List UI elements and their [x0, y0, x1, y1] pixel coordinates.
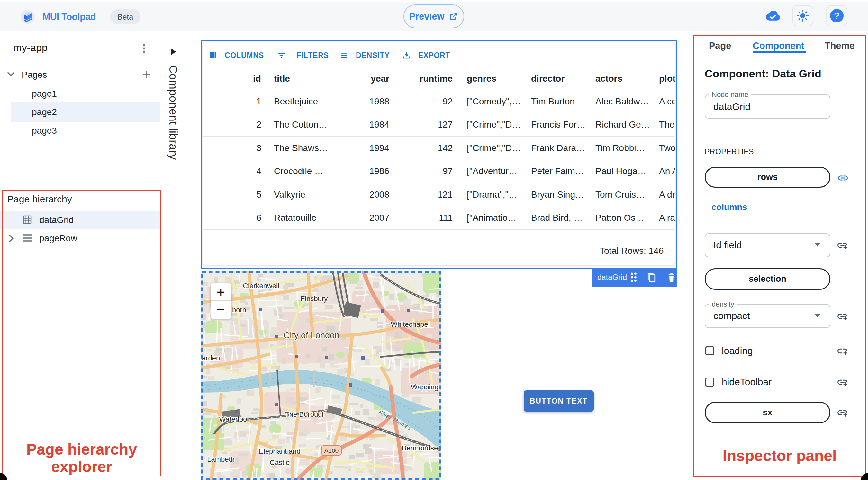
svg-text:born: born	[232, 306, 246, 314]
svg-text:Castle: Castle	[270, 458, 290, 467]
svg-text:City of London: City of London	[283, 330, 340, 340]
svg-text:Finsbury: Finsbury	[301, 295, 328, 302]
svg-text:Clerkenwell: Clerkenwell	[243, 282, 279, 290]
svg-text:Lambeth: Lambeth	[207, 455, 235, 463]
svg-text:The Borough: The Borough	[285, 410, 326, 418]
svg-text:A100: A100	[324, 447, 339, 454]
svg-text:Waterloo: Waterloo	[219, 415, 247, 423]
svg-text:Bermondse: Bermondse	[402, 444, 438, 452]
svg-text:Whitechapel: Whitechapel	[391, 320, 430, 328]
svg-text:Wapping: Wapping	[411, 383, 438, 391]
svg-text:arden: arden	[202, 354, 220, 362]
svg-text:Elephant and: Elephant and	[259, 447, 301, 455]
